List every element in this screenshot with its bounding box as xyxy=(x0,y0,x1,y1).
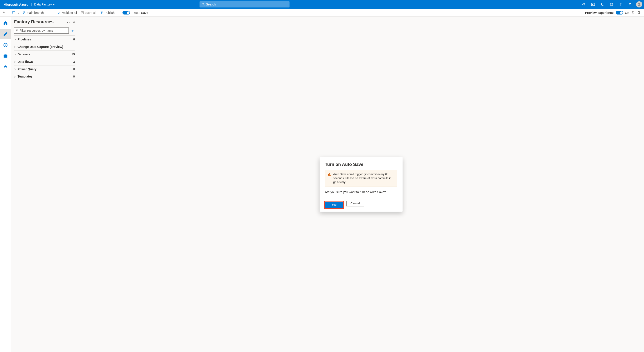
toggle-on-icon xyxy=(616,11,623,15)
tree-item-powerquery[interactable]: ▷ Power Query 0 xyxy=(14,65,75,73)
validate-all-button[interactable]: Validate all xyxy=(57,9,78,17)
chevron-right-icon: ▸ xyxy=(53,3,55,6)
svg-point-9 xyxy=(13,12,13,13)
global-search[interactable] xyxy=(200,1,290,8)
tree-label: Change Data Capture (preview) xyxy=(18,45,63,49)
search-icon xyxy=(202,3,204,6)
azure-top-bar: Microsoft Azure Data Factory ▸ xyxy=(0,0,644,9)
tree-label: Templates xyxy=(18,75,32,78)
validate-all-label: Validate all xyxy=(62,11,77,15)
tree-label: Datasets xyxy=(18,53,30,56)
brand-label: Microsoft Azure xyxy=(4,3,32,6)
preview-state-label: On xyxy=(625,11,629,15)
user-avatar[interactable] xyxy=(636,1,642,8)
svg-rect-16 xyxy=(638,12,640,14)
save-all-label: Save all xyxy=(85,11,96,15)
autosave-toggle[interactable]: Auto Save xyxy=(122,9,149,17)
tree-count: 6 xyxy=(73,38,75,41)
repo-icon xyxy=(12,11,15,15)
announce-icon[interactable] xyxy=(580,0,588,9)
tree-item-datasets[interactable]: ▷ Datasets 19 xyxy=(14,50,75,58)
chevron-right-icon: ▷ xyxy=(14,46,18,48)
tree-item-dataflows[interactable]: ▷ Data flows 3 xyxy=(14,58,75,65)
svg-point-0 xyxy=(202,3,204,5)
chevron-right-icon: ▷ xyxy=(14,75,18,78)
notifications-icon[interactable] xyxy=(598,0,607,9)
save-all-button[interactable]: Save all xyxy=(80,9,97,17)
svg-rect-15 xyxy=(101,12,103,12)
toggle-on-icon xyxy=(122,11,130,15)
filter-resources-input-wrap[interactable] xyxy=(14,28,69,34)
svg-rect-13 xyxy=(81,12,84,14)
branch-icon xyxy=(22,11,26,14)
publish-label: Publish xyxy=(104,11,114,15)
yes-button-highlight: Yes xyxy=(324,201,344,209)
svg-point-6 xyxy=(629,3,630,5)
main-canvas: item Use the resource explorer to select… xyxy=(78,17,644,352)
dialog-warning-text: Auto Save could trigger git commit every… xyxy=(333,172,395,184)
tree-count: 19 xyxy=(71,53,75,56)
branch-label: main branch xyxy=(27,11,44,15)
tree-label: Data flows xyxy=(18,60,33,64)
svg-rect-19 xyxy=(4,55,7,58)
preview-experience-label: Preview experience xyxy=(585,11,614,15)
chevron-right-icon: ▷ xyxy=(14,68,18,70)
tree-item-cdc[interactable]: ▷ Change Data Capture (preview) 1 xyxy=(14,43,75,50)
refresh-icon[interactable] xyxy=(631,11,635,15)
graduation-cap-icon xyxy=(3,65,8,70)
tree-count: 1 xyxy=(73,45,75,49)
save-icon xyxy=(81,11,84,14)
tree-count: 0 xyxy=(73,68,75,71)
tree-item-templates[interactable]: ▷ Templates 0 xyxy=(14,73,75,80)
cancel-button[interactable]: Cancel xyxy=(346,201,364,206)
nav-author[interactable] xyxy=(0,29,11,39)
tree-count: 0 xyxy=(73,75,75,78)
add-resource-button[interactable]: ＋ xyxy=(70,28,75,34)
toolbox-icon xyxy=(3,54,8,59)
settings-icon[interactable] xyxy=(607,0,616,9)
repo-icon-button[interactable] xyxy=(11,9,16,17)
tree-item-pipelines[interactable]: ▷ Pipelines 6 xyxy=(14,35,75,43)
svg-rect-27 xyxy=(329,174,330,175)
expand-chevrons-icon[interactable]: » xyxy=(3,10,5,14)
home-icon xyxy=(3,21,8,26)
collapse-all-icon[interactable]: ⌄⌄ xyxy=(66,20,71,24)
autosave-dialog: Turn on Auto Save Auto Save could trigge… xyxy=(320,157,402,212)
publish-icon xyxy=(100,11,103,14)
dialog-question: Are you sure you want to turn on Auto Sa… xyxy=(325,190,397,194)
nav-manage[interactable] xyxy=(0,51,11,61)
yes-button[interactable]: Yes xyxy=(325,202,343,208)
pencil-icon xyxy=(3,32,8,37)
delete-icon[interactable] xyxy=(637,11,640,15)
help-icon[interactable] xyxy=(616,0,625,9)
svg-line-1 xyxy=(204,5,204,6)
nav-learn[interactable] xyxy=(0,62,11,72)
branch-picker[interactable]: main branch ⌄ xyxy=(22,9,51,17)
checkmark-icon xyxy=(58,11,61,14)
nav-monitor[interactable] xyxy=(0,40,11,50)
dialog-warning: Auto Save could trigger git commit every… xyxy=(325,170,397,187)
global-search-input[interactable] xyxy=(206,3,289,6)
left-nav xyxy=(0,17,11,352)
svg-rect-8 xyxy=(12,12,15,14)
breadcrumb[interactable]: Data Factory ▸ xyxy=(34,3,55,6)
tree-count: 3 xyxy=(73,60,75,64)
chevron-right-icon: ▷ xyxy=(14,38,18,41)
preview-toggle[interactable]: On xyxy=(616,11,629,15)
chevron-right-icon: ▷ xyxy=(14,53,18,55)
gauge-icon xyxy=(3,43,8,48)
publish-button[interactable]: Publish xyxy=(99,9,116,17)
filter-resources-input[interactable] xyxy=(20,29,67,32)
dialog-title: Turn on Auto Save xyxy=(325,162,397,167)
nav-home[interactable] xyxy=(0,18,11,28)
svg-point-11 xyxy=(24,12,25,12)
factory-resources-panel: Factory Resources ⌄⌄ « ＋ ▷ Pipelines 6 ▷… xyxy=(11,17,78,352)
collapse-panel-icon[interactable]: « xyxy=(73,20,75,24)
svg-point-5 xyxy=(621,5,621,6)
tree-label: Power Query xyxy=(18,68,36,71)
console-icon[interactable] xyxy=(589,0,598,9)
authoring-toolbar: » / main branch ⌄ Validate all Save all … xyxy=(0,9,644,17)
svg-point-18 xyxy=(5,45,6,46)
feedback-icon[interactable] xyxy=(626,0,634,9)
plus-icon: ＋ xyxy=(70,28,75,33)
